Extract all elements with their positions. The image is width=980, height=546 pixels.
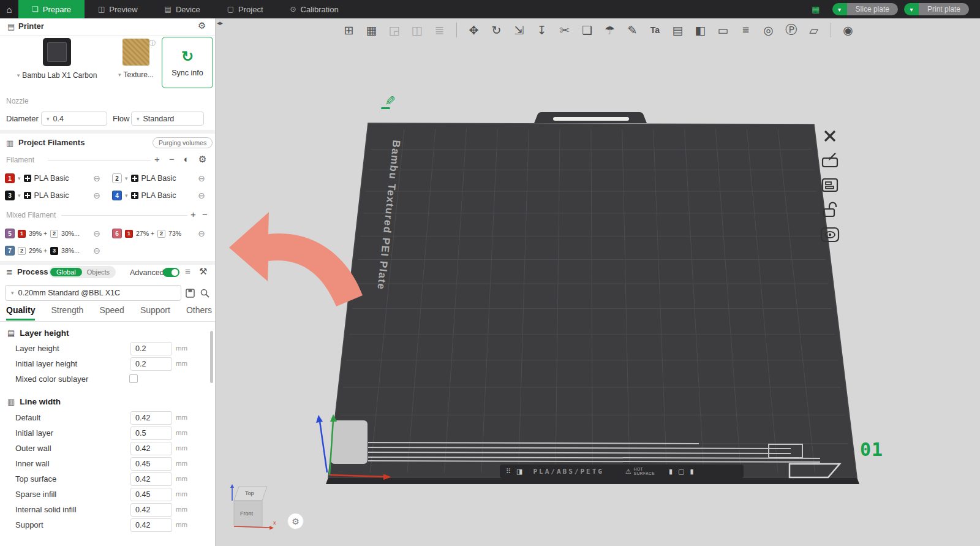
- remove-entry-icon[interactable]: ⊖: [198, 229, 205, 238]
- filament-entry[interactable]: 4 ▾ PLA Basic ⊖: [112, 189, 205, 202]
- top-surface-line-width-input[interactable]: 0.42: [130, 472, 172, 486]
- slice-dropdown-button[interactable]: ▾: [832, 3, 847, 15]
- remove-entry-icon[interactable]: ⊖: [198, 191, 205, 200]
- model-object[interactable]: [331, 420, 368, 464]
- filament-color-chip[interactable]: 2: [112, 173, 122, 183]
- filament-color-chip[interactable]: 3: [5, 191, 15, 200]
- tab-project[interactable]: ▢ Project: [214, 0, 277, 18]
- tab-others[interactable]: Others: [186, 305, 212, 320]
- remove-entry-icon[interactable]: ⊖: [198, 173, 205, 183]
- tab-strength[interactable]: Strength: [51, 305, 83, 320]
- divider: [0, 321, 215, 322]
- brand-logo-icon: [24, 175, 31, 182]
- mixed-entry[interactable]: 6 1 27% + 2 73% ⊖: [112, 227, 205, 240]
- chevron-down-icon: ▾: [18, 175, 21, 181]
- tab-label: Preview: [109, 5, 137, 14]
- internal-solid-infill-line-width-input[interactable]: 0.42: [130, 503, 172, 517]
- print-plate-control: ▾ Print plate: [904, 3, 969, 15]
- plate-settings-icon[interactable]: [820, 175, 840, 195]
- search-preset-icon[interactable]: [198, 286, 211, 300]
- filament-entry[interactable]: 1 ▾ PLA Basic ⊖: [5, 172, 100, 185]
- save-preset-icon[interactable]: [183, 286, 197, 300]
- print-plate-button[interactable]: Print plate: [919, 3, 969, 15]
- tab-calibration[interactable]: ⊙ Calibration: [277, 0, 352, 18]
- add-filament-icon[interactable]: +: [154, 154, 160, 164]
- tools-icon[interactable]: ⚒: [199, 267, 207, 276]
- delete-plate-icon[interactable]: [820, 126, 840, 146]
- filament-entry[interactable]: 3 ▾ PLA Basic ⊖: [5, 189, 100, 202]
- slice-plate-button[interactable]: Slice plate: [847, 3, 898, 15]
- add-mixed-icon[interactable]: +: [190, 210, 196, 219]
- plate-number: 01: [860, 439, 883, 460]
- sync-info-button[interactable]: ↻ Sync info: [162, 37, 213, 88]
- remove-entry-icon[interactable]: ⊖: [93, 191, 100, 200]
- setting-unit: mm: [176, 414, 187, 421]
- mixed-color-chip[interactable]: 6: [112, 229, 122, 238]
- remove-entry-icon[interactable]: ⊖: [93, 246, 100, 256]
- tab-quality[interactable]: Quality: [6, 305, 35, 320]
- expert-list-icon[interactable]: ≡: [185, 267, 190, 276]
- default-line-width-input[interactable]: 0.42: [130, 411, 172, 425]
- tool-icon-3: ▮: [690, 468, 694, 476]
- print-dropdown-button[interactable]: ▾: [904, 3, 919, 15]
- tab-preview[interactable]: ◫ Preview: [85, 0, 151, 18]
- sparse-infill-line-width-input[interactable]: 0.45: [130, 488, 172, 501]
- scope-global-button[interactable]: Global: [50, 268, 82, 276]
- support-line-width-input[interactable]: 0.42: [130, 518, 172, 532]
- scope-objects-button[interactable]: Objects: [82, 268, 115, 276]
- tab-prepare[interactable]: ❏ Prepare: [18, 0, 85, 18]
- tab-support[interactable]: Support: [140, 305, 170, 320]
- divider: [0, 35, 215, 36]
- mixed-color-chip[interactable]: 5: [5, 229, 15, 238]
- diameter-select[interactable]: ▾ 0.4: [41, 112, 107, 126]
- filament-settings-gear-icon[interactable]: ⚙: [198, 154, 206, 164]
- plate-info-bar[interactable]: ⠿ ◨ PLA/ABS/PETG ⚠ HOT SURFACE ▮ ▢ ▮: [500, 464, 744, 478]
- setting-label: Mixed color sublayer: [15, 374, 88, 384]
- project-icon: ▢: [227, 5, 234, 13]
- initial-layer-line-width-input[interactable]: 0.5: [130, 427, 172, 440]
- remove-filament-icon[interactable]: −: [169, 154, 175, 164]
- preset-select[interactable]: ▾ 0.20mm Standard @BBL X1C: [5, 285, 181, 301]
- setting-unit: mm: [176, 460, 187, 467]
- purging-volumes-button[interactable]: Purging volumes: [153, 137, 213, 148]
- tab-label: Device: [176, 5, 200, 14]
- sidebar-scrollbar[interactable]: [210, 331, 213, 383]
- setting-value: 0.45: [135, 490, 150, 499]
- nav-cube-front-label: Front: [240, 510, 254, 517]
- outer-wall-line-width-input[interactable]: 0.42: [130, 442, 172, 455]
- remove-entry-icon[interactable]: ⊖: [93, 229, 100, 238]
- filament-color-chip[interactable]: 1: [5, 173, 15, 183]
- plate-indicator-icon[interactable]: ▦: [812, 4, 820, 14]
- info-icon[interactable]: ⓘ: [149, 39, 156, 48]
- setting-value: 0.2: [135, 360, 146, 368]
- flow-value: Standard: [143, 115, 175, 123]
- filament-palette-icon[interactable]: ◐: [184, 154, 189, 164]
- mixed-entry[interactable]: 5 1 39% + 2 30%... ⊖: [5, 227, 100, 240]
- filament-color-chip[interactable]: 4: [112, 191, 122, 200]
- remove-entry-icon[interactable]: ⊖: [93, 173, 100, 183]
- filament-entry[interactable]: 2 ▾ PLA Basic ⊖: [112, 172, 205, 185]
- tab-label: Calibration: [301, 5, 339, 14]
- home-button[interactable]: ⌂: [0, 0, 18, 18]
- edit-plate-icon[interactable]: [820, 150, 840, 171]
- flow-select[interactable]: ▾ Standard: [131, 112, 204, 126]
- navigation-cube[interactable]: Top Front x: [229, 482, 281, 533]
- mixed-color-chip[interactable]: 7: [5, 246, 15, 256]
- mixed-color-sublayer-checkbox[interactable]: [129, 374, 138, 383]
- mixed-entry[interactable]: 7 2 29% + 3 38%... ⊖: [5, 244, 100, 257]
- advanced-toggle[interactable]: [163, 268, 179, 277]
- tab-speed[interactable]: Speed: [99, 305, 124, 320]
- viewport-settings-button[interactable]: ⚙: [287, 513, 304, 529]
- plate-visibility-icon[interactable]: [820, 224, 840, 245]
- printer-card[interactable]: ▾ Bambu Lab X1 Carbon: [5, 38, 109, 80]
- printer-settings-gear-icon[interactable]: ⚙: [198, 21, 206, 31]
- layer-height-input[interactable]: 0.2: [130, 342, 172, 355]
- tab-device[interactable]: ▤ Device: [151, 0, 214, 18]
- inner-wall-line-width-input[interactable]: 0.45: [130, 457, 172, 471]
- remove-mixed-icon[interactable]: −: [202, 210, 208, 219]
- setting-value: 0.42: [135, 444, 150, 453]
- lock-plate-icon[interactable]: [820, 199, 840, 220]
- initial-layer-height-input[interactable]: 0.2: [130, 357, 172, 371]
- component-percent: 39% +: [29, 230, 47, 237]
- section-band: [0, 261, 215, 265]
